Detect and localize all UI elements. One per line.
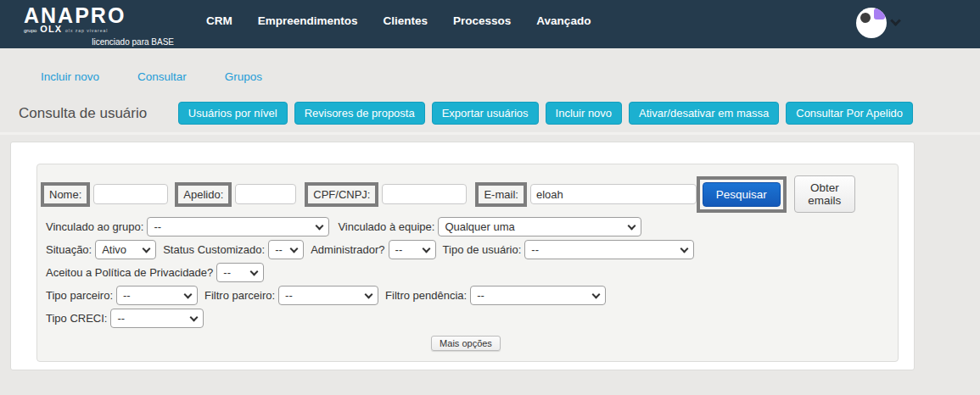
app-header: ANAPRO grupo OLX olx zap vivareal licenc… [0,0,980,48]
nav-item-empreendimentos[interactable]: Empreendimentos [258,14,358,27]
select-chevron-icon [422,244,430,253]
licensed-text: licenciado para BASE [24,37,181,47]
email-input[interactable] [530,184,697,204]
olx-brand-text: OLX [40,25,62,33]
apelido-label: Apelido: [183,188,223,201]
form-row-parceiro: Tipo parceiro: -- Filtro parceiro: -- Fi… [41,286,891,305]
filtro-pendencia-label: Filtro pendência: [385,289,467,302]
filtro-pendencia-select[interactable]: -- [470,286,606,305]
revisores-de-proposta-button[interactable]: Revisores de proposta [294,102,425,125]
avatar-purple-accent [874,8,885,19]
apelido-input[interactable] [235,184,296,204]
tipo-usuario-value: -- [531,243,539,256]
vinculado-grupo-label: Vinculado ao grupo: [46,220,143,233]
secondary-nav: Incluir novo Consultar Grupos [0,48,980,83]
pesquisar-button-highlight: Pesquisar [697,176,787,213]
vinculado-equipe-label: Vinculado à equipe: [338,220,434,233]
anapro-logo: ANAPRO grupo OLX olx zap vivareal licenc… [24,3,181,47]
select-chevron-icon [628,221,636,230]
vinculado-equipe-select[interactable]: Qualquer uma [438,217,641,236]
filtro-parceiro-select[interactable]: -- [278,286,378,305]
administrador-select[interactable]: -- [389,240,436,259]
exportar-usuarios-button[interactable]: Exportar usuários [432,102,539,125]
cpf-cnpj-label: CPF/CNPJ: [313,188,370,201]
search-card: Nome: Apelido: CPF/CNPJ: E-mail: Pesquis… [10,142,915,370]
nav-item-clientes[interactable]: Clientes [384,14,428,27]
usuarios-por-nivel-button[interactable]: Usuários por nível [178,102,288,125]
nav-item-avancado[interactable]: Avançado [536,14,591,27]
cpf-cnpj-input[interactable] [382,184,467,204]
nome-input[interactable] [93,184,168,204]
administrador-value: -- [395,243,403,256]
incluir-novo-button[interactable]: Incluir novo [546,102,622,125]
tipo-creci-select[interactable]: -- [110,309,204,328]
user-menu[interactable] [856,8,899,38]
logo-wordmark: ANAPRO [24,6,181,25]
status-customizado-value: -- [275,243,283,256]
filtro-parceiro-value: -- [285,289,293,302]
page-title: Consulta de usuário [19,105,147,122]
pesquisar-button[interactable]: Pesquisar [703,182,781,207]
form-row-politica: Aceitou a Política de Privacidade? -- [41,263,891,282]
subnav-grupos[interactable]: Grupos [225,70,262,83]
nav-item-processos[interactable]: Processos [453,14,511,27]
tipo-parceiro-select[interactable]: -- [116,286,198,305]
section-divider [0,132,980,135]
select-chevron-icon [316,221,324,230]
form-row-text-fields: Nome: Apelido: CPF/CNPJ: E-mail: Pesquis… [41,175,891,213]
nome-label-highlight: Nome: [41,182,90,207]
main-nav: CRM Empreendimentos Clientes Processos A… [206,14,591,27]
select-chevron-icon [190,313,199,321]
select-chevron-icon [365,290,373,298]
user-avatar[interactable] [856,8,887,38]
apelido-label-highlight: Apelido: [175,182,232,207]
politica-privacidade-select[interactable]: -- [216,263,264,282]
tipo-parceiro-value: -- [123,289,131,302]
form-row-situacao: Situação: Ativo Status Customizado: -- A… [41,240,891,259]
logo-group-prefix: grupo [24,27,36,35]
situacao-label: Situação: [46,243,92,256]
select-chevron-icon [143,244,151,253]
tipo-parceiro-label: Tipo parceiro: [46,289,113,302]
select-chevron-icon [592,290,601,298]
subnav-incluir-novo[interactable]: Incluir novo [41,70,99,83]
cpf-cnpj-label-highlight: CPF/CNPJ: [305,182,378,207]
politica-privacidade-label: Aceitou a Política de Privacidade? [46,266,213,279]
select-chevron-icon [680,244,689,253]
subnav-consultar[interactable]: Consultar [137,70,187,83]
vinculado-grupo-select[interactable]: -- [147,217,329,236]
consultar-por-apelido-button[interactable]: Consultar Por Apelido [786,102,913,125]
tipo-usuario-select[interactable]: -- [524,240,694,259]
title-row: Consulta de usuário Usuários por nível R… [0,102,980,125]
brand-partners-text: olx zap vivareal [65,27,108,35]
form-row-grupo-equipe: Vinculado ao grupo: -- Vinculado à equip… [41,217,891,236]
nome-label: Nome: [49,188,81,201]
obter-emails-button[interactable]: Obter emails [794,175,855,213]
ativar-desativar-em-massa-button[interactable]: Ativar/desativar em massa [629,102,779,125]
form-row-mais-opcoes: Mais opções [41,336,891,351]
email-label: E-mail: [484,188,518,201]
situacao-select[interactable]: Ativo [95,240,156,259]
administrador-label: Administrador? [311,243,384,256]
tipo-usuario-label: Tipo de usuário: [443,243,522,256]
vinculado-grupo-value: -- [154,220,161,233]
chevron-down-icon[interactable] [890,15,901,26]
tipo-creci-value: -- [117,312,125,325]
filtro-pendencia-value: -- [477,289,484,302]
select-chevron-icon [184,290,193,298]
vinculado-equipe-value: Qualquer uma [445,220,514,233]
form-row-creci: Tipo CRECI: -- [41,309,891,328]
toolbar: Usuários por nível Revisores de proposta… [178,102,913,125]
status-customizado-select[interactable]: -- [268,240,304,259]
select-chevron-icon [250,267,259,275]
status-customizado-label: Status Customizado: [163,243,265,256]
filtro-parceiro-label: Filtro parceiro: [204,289,275,302]
politica-privacidade-value: -- [223,266,231,279]
email-label-highlight: E-mail: [475,182,526,207]
search-form-panel: Nome: Apelido: CPF/CNPJ: E-mail: Pesquis… [36,164,899,362]
select-chevron-icon [290,244,299,253]
situacao-value: Ativo [102,243,126,256]
olx-ring-icon [860,13,871,23]
mais-opcoes-button[interactable]: Mais opções [431,336,501,351]
nav-item-crm[interactable]: CRM [206,14,232,27]
